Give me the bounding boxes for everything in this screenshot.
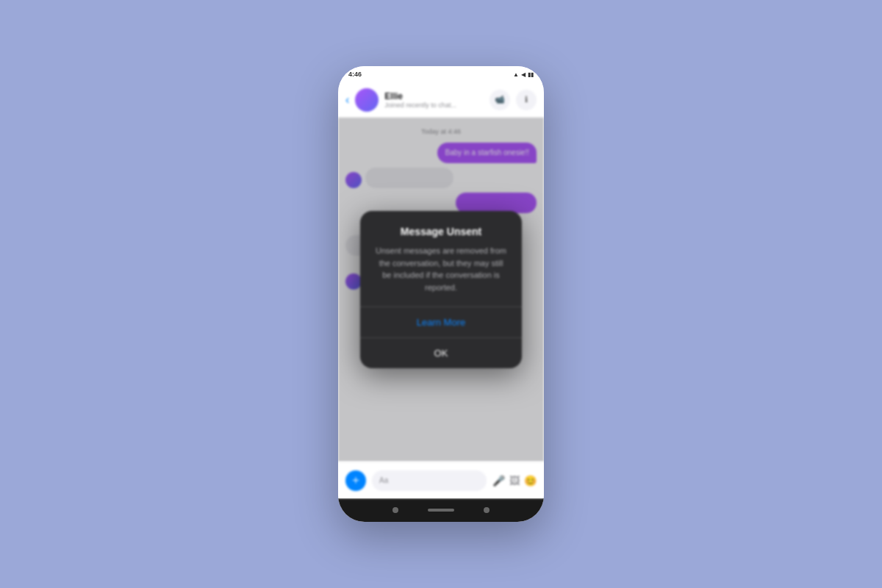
contact-name: Ellie: [384, 91, 484, 101]
chat-body: Today at 4:46 Baby in a starfish onesie!…: [338, 118, 544, 462]
battery-icon: ▮▮: [528, 71, 534, 78]
message-input[interactable]: Aa: [372, 470, 487, 491]
image-icon[interactable]: 🖼: [509, 475, 520, 487]
chat-header: ‹ Ellie Joined recently to chat... 📹 ℹ: [338, 82, 544, 118]
modal-title: Message Unsent: [373, 226, 509, 237]
chat-input-bar: ＋ Aa 🎤 🖼 😊: [338, 462, 544, 498]
modal-dialog: Message Unsent Unsent messages are remov…: [360, 211, 522, 368]
wifi-icon: ◀: [521, 71, 526, 78]
input-action-icons: 🎤 🖼 😊: [492, 475, 537, 487]
input-placeholder: Aa: [379, 476, 388, 484]
header-info: Ellie Joined recently to chat...: [384, 91, 484, 109]
sticker-icon[interactable]: 😊: [524, 475, 537, 487]
nav-home-bar: [428, 509, 454, 512]
modal-content: Message Unsent Unsent messages are remov…: [360, 211, 522, 293]
video-call-button[interactable]: 📹: [490, 90, 510, 110]
status-icons: ▲ ◀ ▮▮: [513, 71, 534, 78]
mic-icon[interactable]: 🎤: [492, 475, 505, 487]
back-button[interactable]: ‹: [345, 93, 349, 107]
phone-frame: 4:46 ▲ ◀ ▮▮ ‹ Ellie Joined recently to c…: [338, 66, 544, 522]
signal-icon: ▲: [513, 71, 519, 78]
contact-status: Joined recently to chat...: [384, 101, 473, 109]
contact-avatar: [355, 88, 379, 112]
status-bar: 4:46 ▲ ◀ ▮▮: [338, 66, 544, 82]
add-button[interactable]: ＋: [345, 470, 366, 491]
info-button[interactable]: ℹ: [516, 90, 537, 110]
modal-body: Unsent messages are removed from the con…: [373, 245, 509, 293]
modal-overlay: Message Unsent Unsent messages are remov…: [338, 118, 544, 462]
ok-button[interactable]: OK: [360, 338, 522, 368]
status-time: 4:46: [348, 71, 362, 78]
learn-more-button[interactable]: Learn More: [360, 307, 522, 338]
nav-recents-dot: [484, 507, 490, 513]
header-actions: 📹 ℹ: [490, 90, 537, 110]
nav-bar: [338, 498, 544, 522]
nav-back-dot: [392, 507, 398, 513]
